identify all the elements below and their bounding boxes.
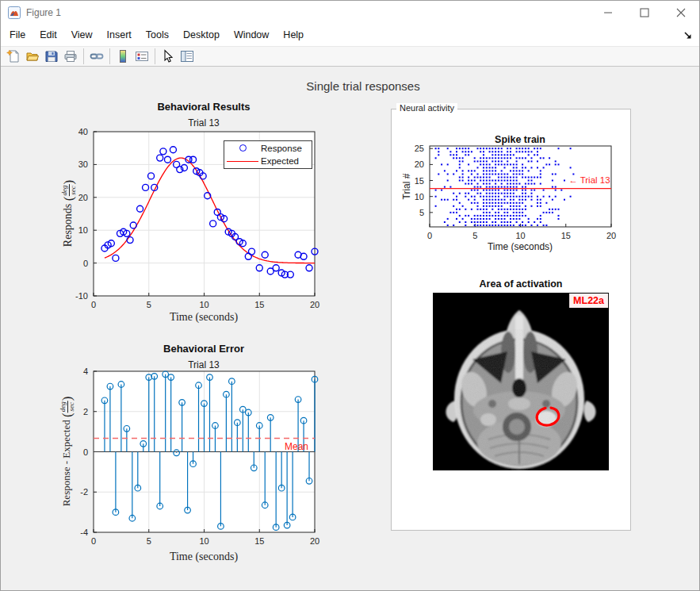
behavioral-error-xlabel: Time (seconds): [170, 551, 238, 563]
maximize-button[interactable]: [626, 1, 663, 25]
figure-title: Single trial responses: [306, 79, 419, 93]
behavioral-error-title: Behavioral Error: [163, 343, 244, 355]
window-title: Figure 1: [26, 7, 61, 18]
new-figure-icon[interactable]: [4, 48, 23, 65]
activation-label: ML22a: [569, 294, 608, 308]
brain-mri-image: [433, 293, 609, 470]
toolbar-separator: [109, 48, 110, 64]
link-plot-icon[interactable]: [87, 48, 106, 65]
save-figure-icon[interactable]: [42, 48, 61, 65]
behavioral-results-subtitle: Trial 13: [188, 117, 220, 129]
legend-marker-response: [224, 144, 261, 152]
menu-window[interactable]: Window: [227, 25, 276, 46]
behavioral-results-xlabel: Time (seconds): [170, 311, 238, 324]
close-button[interactable]: [663, 1, 699, 25]
matlab-figure-icon: [8, 6, 21, 19]
toolbar-separator: [155, 48, 155, 64]
open-file-icon[interactable]: [23, 48, 42, 65]
legend[interactable]: Response Expected: [224, 140, 312, 169]
property-inspector-icon[interactable]: [178, 48, 197, 65]
insert-legend-icon[interactable]: [132, 48, 151, 65]
dock-figure-icon[interactable]: [683, 31, 693, 40]
spike-train-ylabel: Trial #: [401, 174, 412, 200]
spike-train-xlabel: Time (seconds): [488, 241, 553, 252]
figure-toolbar: [1, 46, 699, 67]
menu-help[interactable]: Help: [276, 25, 311, 46]
legend-entry-response: Response: [224, 142, 312, 155]
menu-file[interactable]: File: [2, 25, 33, 46]
legend-entry-expected: Expected: [224, 155, 312, 167]
expected-line-icon: [227, 161, 258, 162]
edit-plot-icon[interactable]: [159, 48, 178, 65]
legend-label-expected: Expected: [261, 156, 299, 166]
insert-colorbar-icon[interactable]: [113, 48, 132, 65]
print-figure-icon[interactable]: [61, 48, 80, 65]
menu-desktop[interactable]: Desktop: [176, 25, 227, 46]
panel-title: Neural activity: [396, 103, 457, 113]
menu-edit[interactable]: Edit: [33, 25, 64, 46]
behavioral-results-ylabel: Responds (degsec): [61, 180, 77, 247]
legend-marker-expected: [224, 161, 261, 162]
spike-train-title: Spike train: [495, 134, 545, 145]
behavioral-results-title: Behavioral Results: [157, 101, 250, 113]
behavioral-error-subtitle: Trial 13: [188, 359, 220, 370]
matlab-figure-window: Figure 1 FileEditViewInsertToolsDesktopW…: [0, 0, 700, 591]
response-marker-icon: [239, 144, 247, 152]
activation-title: Area of activation: [480, 278, 563, 290]
menu-bar: FileEditViewInsertToolsDesktopWindowHelp: [1, 25, 699, 46]
title-bar: Figure 1: [1, 1, 699, 25]
menu-tools[interactable]: Tools: [139, 25, 176, 46]
legend-label-response: Response: [261, 144, 302, 153]
menu-view[interactable]: View: [64, 25, 100, 46]
menu-insert[interactable]: Insert: [100, 25, 139, 46]
toolbar-separator: [83, 48, 84, 64]
minimize-button[interactable]: [590, 1, 626, 25]
behavioral-error-ylabel: Response - Expected (degsec): [59, 397, 75, 507]
